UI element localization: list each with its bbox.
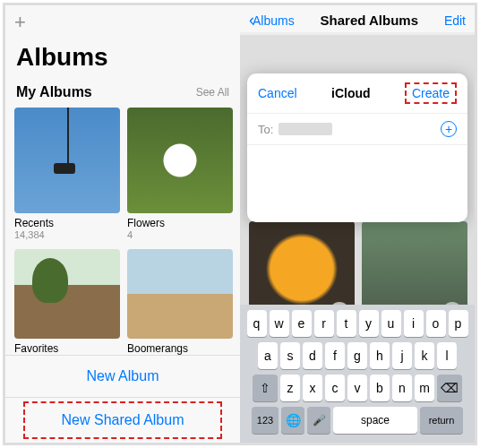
album-item[interactable]: Favorites [14, 249, 120, 355]
key-globe[interactable]: 🌐 [281, 407, 304, 434]
key-u[interactable]: u [381, 310, 401, 337]
key-s[interactable]: s [280, 342, 300, 369]
key-f[interactable]: f [325, 342, 345, 369]
edit-button[interactable]: Edit [444, 13, 466, 28]
key-x[interactable]: x [303, 375, 322, 401]
back-label: Albums [253, 13, 295, 28]
key-j[interactable]: j [392, 342, 412, 369]
key-mic[interactable]: 🎤 [307, 407, 330, 434]
action-sheet: New Album New Shared Album [5, 355, 240, 443]
key-t[interactable]: t [337, 310, 356, 337]
key-l[interactable]: l [437, 342, 457, 369]
album-name: Boomerangs [127, 342, 233, 355]
album-thumbnail [14, 249, 120, 339]
key-backspace[interactable]: ⌫ [437, 375, 462, 401]
key-z[interactable]: z [280, 375, 300, 401]
key-shift[interactable]: ⇧ [253, 375, 278, 401]
album-name: Flowers [127, 217, 233, 229]
album-count: 14,384 [14, 229, 120, 240]
albums-panel: + Albums My Albums See All Recents 14,38… [5, 5, 240, 443]
nav-bar: ‹ Albums Shared Albums Edit [240, 5, 475, 35]
create-button[interactable]: Create [405, 82, 457, 104]
key-h[interactable]: h [370, 342, 390, 369]
key-c[interactable]: c [325, 375, 345, 401]
key-k[interactable]: k [415, 342, 434, 369]
key-123[interactable]: 123 [252, 407, 279, 434]
to-label: To: [258, 123, 273, 136]
shared-albums-panel: ‹ Albums Shared Albums Edit JP Flowers J… [240, 5, 475, 443]
key-d[interactable]: d [303, 342, 322, 369]
album-thumbnail [14, 108, 120, 213]
album-thumbnail [127, 108, 233, 213]
popover-body[interactable] [247, 145, 467, 222]
key-m[interactable]: m [415, 375, 434, 401]
album-item[interactable]: Flowers 4 [127, 108, 233, 240]
album-item[interactable]: Recents 14,384 [14, 108, 120, 240]
key-a[interactable]: a [258, 342, 278, 369]
key-g[interactable]: g [347, 342, 367, 369]
mic-icon: 🎤 [313, 414, 326, 426]
key-e[interactable]: e [292, 310, 312, 337]
key-return[interactable]: return [420, 407, 463, 434]
cancel-button[interactable]: Cancel [258, 86, 297, 100]
key-y[interactable]: y [359, 310, 379, 337]
key-i[interactable]: i [404, 310, 424, 337]
keyboard: q w e r t y u i o p a s d f g h j k l [240, 305, 475, 443]
page-title: Albums [5, 39, 240, 81]
backspace-icon: ⌫ [441, 381, 459, 395]
key-space[interactable]: space [333, 407, 417, 434]
share-popover: Cancel iCloud Create To: + [247, 73, 467, 222]
section-my-albums: My Albums [16, 84, 92, 100]
album-count: 4 [127, 229, 233, 240]
back-button[interactable]: ‹ Albums [249, 11, 295, 30]
album-name: Recents [14, 217, 120, 229]
album-thumbnail [127, 249, 233, 339]
key-r[interactable]: r [314, 310, 334, 337]
shift-icon: ⇧ [260, 381, 270, 395]
key-n[interactable]: n [392, 375, 412, 401]
to-field[interactable] [279, 123, 332, 135]
key-b[interactable]: b [370, 375, 390, 401]
popover-title: iCloud [331, 86, 371, 100]
key-p[interactable]: p [449, 310, 468, 337]
globe-icon: 🌐 [286, 413, 301, 427]
add-album-icon[interactable]: + [14, 11, 26, 33]
new-album-button[interactable]: New Album [5, 356, 240, 398]
key-q[interactable]: q [247, 310, 267, 337]
nav-title: Shared Albums [321, 13, 418, 28]
key-v[interactable]: v [347, 375, 367, 401]
key-o[interactable]: o [426, 310, 446, 337]
add-contact-icon[interactable]: + [441, 121, 457, 137]
key-w[interactable]: w [270, 310, 289, 337]
see-all-link[interactable]: See All [196, 86, 229, 99]
new-shared-album-button[interactable]: New Shared Album [23, 401, 222, 439]
album-name: Favorites [14, 342, 120, 355]
album-item[interactable]: Boomerangs [127, 249, 233, 355]
